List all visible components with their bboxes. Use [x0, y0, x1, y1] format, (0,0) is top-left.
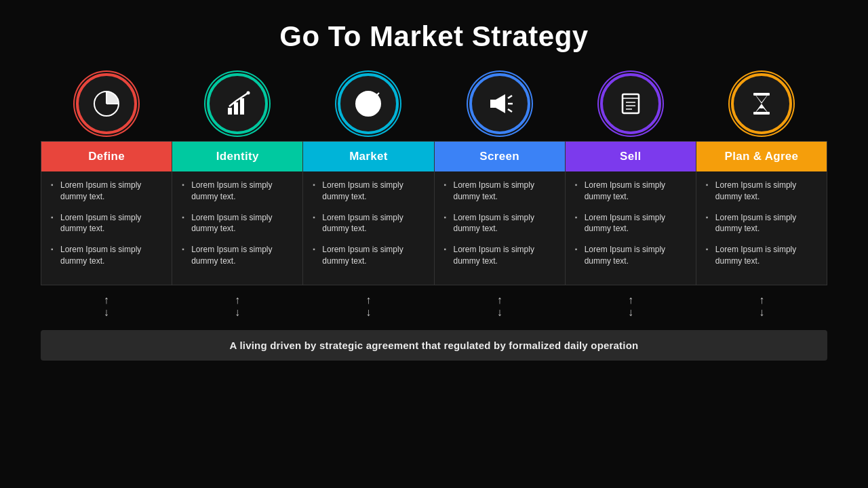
arrow-updown-icon: ↑↓ — [628, 295, 633, 318]
col-header-plan-agree: Plan & Agree — [696, 142, 827, 171]
columns-row: DefineLorem Ipsum is simply dummy text.L… — [41, 141, 827, 285]
column-screen: ScreenLorem Ipsum is simply dummy text.L… — [435, 141, 566, 285]
icon-cell-screen — [434, 73, 565, 134]
col-body-plan-agree: Lorem Ipsum is simply dummy text.Lorem I… — [696, 171, 827, 285]
arrow-cell-plan-agree: ↑↓ — [696, 288, 827, 325]
col-body-screen: Lorem Ipsum is simply dummy text.Lorem I… — [435, 171, 565, 285]
col-body-identity: Lorem Ipsum is simply dummy text.Lorem I… — [172, 171, 302, 285]
page-title: Go To Market Strategy — [279, 20, 588, 53]
list-item: Lorem Ipsum is simply dummy text. — [575, 244, 686, 267]
list-item: Lorem Ipsum is simply dummy text. — [444, 212, 555, 235]
list-item: Lorem Ipsum is simply dummy text. — [575, 212, 686, 235]
col-body-sell: Lorem Ipsum is simply dummy text.Lorem I… — [566, 171, 696, 285]
svg-point-6 — [247, 92, 250, 95]
list-item: Lorem Ipsum is simply dummy text. — [313, 180, 424, 203]
bottom-bar: A living driven by strategic agreement t… — [41, 330, 827, 361]
svg-point-9 — [364, 100, 372, 108]
page: Go To Market Strategy — [0, 0, 868, 488]
column-plan-agree: Plan & AgreeLorem Ipsum is simply dummy … — [696, 141, 827, 285]
list-item: Lorem Ipsum is simply dummy text. — [313, 244, 424, 267]
arrow-cell-market: ↑↓ — [303, 288, 434, 325]
svg-rect-4 — [234, 102, 238, 115]
svg-rect-21 — [623, 94, 639, 113]
col-body-define: Lorem Ipsum is simply dummy text.Lorem I… — [41, 171, 172, 285]
column-identity: IdentityLorem Ipsum is simply dummy text… — [172, 141, 303, 285]
arrow-updown-icon: ↑↓ — [104, 295, 109, 318]
list-item: Lorem Ipsum is simply dummy text. — [51, 180, 162, 203]
icon-circle-define — [76, 73, 137, 134]
column-define: DefineLorem Ipsum is simply dummy text.L… — [41, 141, 172, 285]
icon-circle-identity — [207, 73, 268, 134]
arrow-cell-define: ↑↓ — [41, 288, 172, 325]
list-item: Lorem Ipsum is simply dummy text. — [444, 244, 555, 267]
col-header-sell: Sell — [566, 142, 696, 171]
arrow-cell-screen: ↑↓ — [434, 288, 565, 325]
arrow-updown-icon: ↑↓ — [497, 295, 502, 318]
column-sell: SellLorem Ipsum is simply dummy text.Lor… — [566, 141, 696, 285]
list-item: Lorem Ipsum is simply dummy text. — [313, 212, 424, 235]
svg-rect-27 — [753, 112, 770, 115]
icon-cell-market — [303, 73, 434, 134]
arrow-cell-identity: ↑↓ — [172, 288, 302, 325]
svg-rect-3 — [228, 108, 232, 115]
icon-cell-sell — [565, 73, 696, 134]
icons-row — [41, 73, 827, 134]
icon-circle-screen — [469, 73, 530, 134]
icon-cell-identity — [172, 73, 302, 134]
list-item: Lorem Ipsum is simply dummy text. — [182, 180, 293, 203]
col-header-define: Define — [41, 142, 172, 171]
list-item: Lorem Ipsum is simply dummy text. — [51, 244, 162, 267]
icon-circle-plan-agree — [731, 73, 792, 134]
svg-line-20 — [508, 109, 512, 112]
col-header-identity: Identity — [172, 142, 302, 171]
list-item: Lorem Ipsum is simply dummy text. — [182, 212, 293, 235]
icon-circle-sell — [600, 73, 661, 134]
arrow-updown-icon: ↑↓ — [366, 295, 371, 318]
icon-circle-market — [338, 73, 399, 134]
arrow-updown-icon: ↑↓ — [759, 295, 764, 318]
arrow-updown-icon: ↑↓ — [235, 295, 240, 318]
list-item: Lorem Ipsum is simply dummy text. — [706, 244, 817, 267]
icon-cell-define — [41, 73, 172, 134]
list-item: Lorem Ipsum is simply dummy text. — [706, 180, 817, 203]
list-item: Lorem Ipsum is simply dummy text. — [575, 180, 686, 203]
arrows-row: ↑↓↑↓↑↓↑↓↑↓↑↓ — [41, 288, 827, 325]
col-header-market: Market — [303, 142, 433, 171]
svg-line-18 — [508, 96, 512, 98]
arrow-cell-sell: ↑↓ — [565, 288, 696, 325]
col-header-screen: Screen — [435, 142, 565, 171]
svg-rect-5 — [240, 98, 244, 115]
list-item: Lorem Ipsum is simply dummy text. — [444, 180, 555, 203]
list-item: Lorem Ipsum is simply dummy text. — [51, 212, 162, 235]
col-body-market: Lorem Ipsum is simply dummy text.Lorem I… — [303, 171, 433, 285]
list-item: Lorem Ipsum is simply dummy text. — [706, 212, 817, 235]
svg-rect-17 — [490, 100, 496, 108]
svg-rect-26 — [753, 93, 770, 96]
list-item: Lorem Ipsum is simply dummy text. — [182, 244, 293, 267]
icon-cell-plan-agree — [696, 73, 827, 134]
column-market: MarketLorem Ipsum is simply dummy text.L… — [303, 141, 434, 285]
